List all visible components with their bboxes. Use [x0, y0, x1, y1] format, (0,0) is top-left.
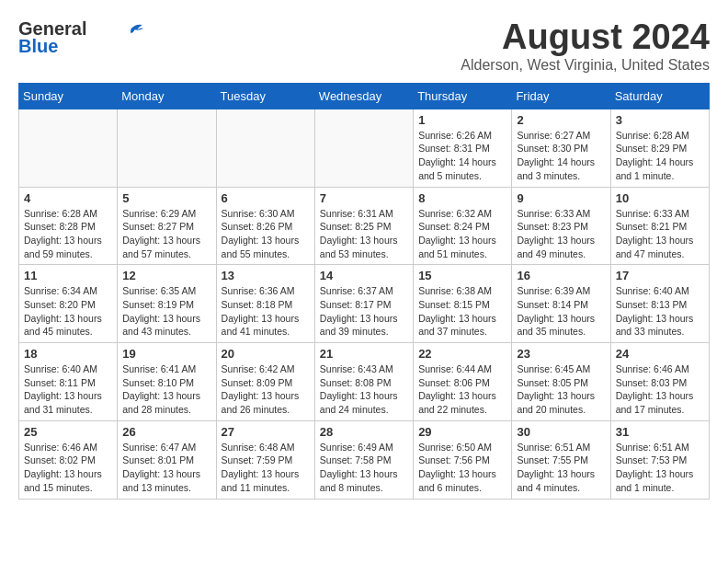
day-info: Sunrise: 6:40 AM Sunset: 8:11 PM Dayligh…: [24, 362, 112, 417]
day-number: 22: [418, 347, 506, 361]
weekday-header-row: SundayMondayTuesdayWednesdayThursdayFrid…: [19, 83, 710, 109]
calendar-cell: 1Sunrise: 6:26 AM Sunset: 8:31 PM Daylig…: [414, 109, 512, 187]
day-number: 27: [222, 425, 310, 439]
day-number: 31: [616, 425, 704, 439]
calendar-week-row: 18Sunrise: 6:40 AM Sunset: 8:11 PM Dayli…: [19, 343, 710, 421]
day-number: 26: [122, 425, 210, 439]
day-number: 24: [616, 347, 704, 361]
calendar-cell: 10Sunrise: 6:33 AM Sunset: 8:21 PM Dayli…: [610, 187, 709, 265]
day-number: 4: [24, 191, 112, 205]
calendar-cell: 25Sunrise: 6:46 AM Sunset: 8:02 PM Dayli…: [19, 420, 118, 499]
calendar-cell: 12Sunrise: 6:35 AM Sunset: 8:19 PM Dayli…: [118, 265, 216, 343]
calendar-cell: 6Sunrise: 6:30 AM Sunset: 8:26 PM Daylig…: [216, 187, 314, 265]
calendar-cell: 19Sunrise: 6:41 AM Sunset: 8:10 PM Dayli…: [118, 343, 216, 421]
day-number: 5: [122, 191, 210, 205]
day-info: Sunrise: 6:26 AM Sunset: 8:31 PM Dayligh…: [418, 129, 506, 183]
page-subtitle: Alderson, West Virginia, United States: [461, 57, 710, 74]
calendar-table: SundayMondayTuesdayWednesdayThursdayFrid…: [18, 83, 710, 500]
calendar-cell: 16Sunrise: 6:39 AM Sunset: 8:14 PM Dayli…: [512, 265, 610, 343]
day-number: 3: [616, 113, 704, 127]
day-info: Sunrise: 6:47 AM Sunset: 8:01 PM Dayligh…: [122, 441, 210, 495]
calendar-cell: 4Sunrise: 6:28 AM Sunset: 8:28 PM Daylig…: [19, 187, 118, 265]
day-number: 20: [222, 347, 310, 361]
day-info: Sunrise: 6:51 AM Sunset: 7:55 PM Dayligh…: [517, 441, 605, 495]
day-number: 19: [122, 347, 210, 361]
day-info: Sunrise: 6:33 AM Sunset: 8:23 PM Dayligh…: [517, 207, 605, 261]
weekday-header-friday: Friday: [512, 83, 610, 109]
day-info: Sunrise: 6:43 AM Sunset: 8:08 PM Dayligh…: [320, 362, 408, 417]
calendar-cell: 17Sunrise: 6:40 AM Sunset: 8:13 PM Dayli…: [610, 265, 709, 343]
calendar-cell: 27Sunrise: 6:48 AM Sunset: 7:59 PM Dayli…: [216, 420, 314, 499]
day-number: 10: [616, 191, 704, 205]
weekday-header-wednesday: Wednesday: [314, 83, 413, 109]
day-number: 12: [122, 269, 210, 282]
calendar-week-row: 1Sunrise: 6:26 AM Sunset: 8:31 PM Daylig…: [19, 109, 710, 187]
calendar-cell: 13Sunrise: 6:36 AM Sunset: 8:18 PM Dayli…: [216, 265, 314, 343]
calendar-cell: 2Sunrise: 6:27 AM Sunset: 8:30 PM Daylig…: [512, 109, 610, 187]
calendar-cell: 28Sunrise: 6:49 AM Sunset: 7:58 PM Dayli…: [314, 420, 413, 499]
weekday-header-monday: Monday: [118, 83, 216, 109]
day-info: Sunrise: 6:50 AM Sunset: 7:56 PM Dayligh…: [418, 441, 506, 495]
weekday-header-sunday: Sunday: [19, 83, 118, 109]
calendar-cell: 9Sunrise: 6:33 AM Sunset: 8:23 PM Daylig…: [512, 187, 610, 265]
calendar-week-row: 25Sunrise: 6:46 AM Sunset: 8:02 PM Dayli…: [19, 420, 710, 499]
day-info: Sunrise: 6:49 AM Sunset: 7:58 PM Dayligh…: [320, 441, 408, 495]
calendar-week-row: 4Sunrise: 6:28 AM Sunset: 8:28 PM Daylig…: [19, 187, 710, 265]
calendar-cell: 30Sunrise: 6:51 AM Sunset: 7:55 PM Dayli…: [512, 420, 610, 499]
day-info: Sunrise: 6:28 AM Sunset: 8:29 PM Dayligh…: [616, 129, 704, 183]
day-info: Sunrise: 6:42 AM Sunset: 8:09 PM Dayligh…: [222, 362, 310, 417]
calendar-cell: [19, 109, 118, 187]
day-number: 15: [418, 269, 506, 282]
day-info: Sunrise: 6:51 AM Sunset: 7:53 PM Dayligh…: [616, 441, 704, 495]
day-number: 14: [320, 269, 408, 282]
day-number: 1: [418, 113, 506, 127]
day-number: 30: [517, 425, 605, 439]
day-number: 9: [517, 191, 605, 205]
day-info: Sunrise: 6:46 AM Sunset: 8:02 PM Dayligh…: [24, 441, 112, 495]
calendar-cell: 20Sunrise: 6:42 AM Sunset: 8:09 PM Dayli…: [216, 343, 314, 421]
calendar-cell: 26Sunrise: 6:47 AM Sunset: 8:01 PM Dayli…: [118, 420, 216, 499]
day-info: Sunrise: 6:33 AM Sunset: 8:21 PM Dayligh…: [616, 207, 704, 261]
day-number: 6: [222, 191, 310, 205]
calendar-cell: 22Sunrise: 6:44 AM Sunset: 8:06 PM Dayli…: [414, 343, 512, 421]
calendar-cell: 24Sunrise: 6:46 AM Sunset: 8:03 PM Dayli…: [610, 343, 709, 421]
calendar-cell: 8Sunrise: 6:32 AM Sunset: 8:24 PM Daylig…: [414, 187, 512, 265]
day-number: 7: [320, 191, 408, 205]
calendar-cell: 7Sunrise: 6:31 AM Sunset: 8:25 PM Daylig…: [314, 187, 413, 265]
day-number: 2: [517, 113, 605, 127]
calendar-cell: 14Sunrise: 6:37 AM Sunset: 8:17 PM Dayli…: [314, 265, 413, 343]
calendar-cell: [314, 109, 413, 187]
day-info: Sunrise: 6:32 AM Sunset: 8:24 PM Dayligh…: [418, 207, 506, 261]
day-info: Sunrise: 6:28 AM Sunset: 8:28 PM Dayligh…: [24, 207, 112, 261]
calendar-cell: 3Sunrise: 6:28 AM Sunset: 8:29 PM Daylig…: [610, 109, 709, 187]
weekday-header-saturday: Saturday: [610, 83, 709, 109]
calendar-cell: 23Sunrise: 6:45 AM Sunset: 8:05 PM Dayli…: [512, 343, 610, 421]
page-title: August 2024: [461, 18, 710, 57]
calendar-cell: 11Sunrise: 6:34 AM Sunset: 8:20 PM Dayli…: [19, 265, 118, 343]
day-info: Sunrise: 6:38 AM Sunset: 8:15 PM Dayligh…: [418, 284, 506, 339]
day-info: Sunrise: 6:31 AM Sunset: 8:25 PM Dayligh…: [320, 207, 408, 261]
title-section: August 2024 Alderson, West Virginia, Uni…: [461, 18, 710, 74]
calendar-cell: 21Sunrise: 6:43 AM Sunset: 8:08 PM Dayli…: [314, 343, 413, 421]
day-number: 23: [517, 347, 605, 361]
day-info: Sunrise: 6:29 AM Sunset: 8:27 PM Dayligh…: [122, 207, 210, 261]
day-number: 16: [517, 269, 605, 282]
calendar-week-row: 11Sunrise: 6:34 AM Sunset: 8:20 PM Dayli…: [19, 265, 710, 343]
day-number: 18: [24, 347, 112, 361]
day-info: Sunrise: 6:34 AM Sunset: 8:20 PM Dayligh…: [24, 284, 112, 339]
calendar-cell: [216, 109, 314, 187]
page-header: General Blue August 2024 Alderson, West …: [18, 18, 710, 74]
day-number: 8: [418, 191, 506, 205]
day-number: 25: [24, 425, 112, 439]
day-number: 13: [222, 269, 310, 282]
day-info: Sunrise: 6:48 AM Sunset: 7:59 PM Dayligh…: [222, 441, 310, 495]
day-info: Sunrise: 6:40 AM Sunset: 8:13 PM Dayligh…: [616, 284, 704, 339]
logo: General Blue: [18, 18, 143, 57]
calendar-cell: 31Sunrise: 6:51 AM Sunset: 7:53 PM Dayli…: [610, 420, 709, 499]
day-info: Sunrise: 6:39 AM Sunset: 8:14 PM Dayligh…: [517, 284, 605, 339]
weekday-header-tuesday: Tuesday: [216, 83, 314, 109]
day-info: Sunrise: 6:46 AM Sunset: 8:03 PM Dayligh…: [616, 362, 704, 417]
day-info: Sunrise: 6:36 AM Sunset: 8:18 PM Dayligh…: [222, 284, 310, 339]
calendar-cell: 29Sunrise: 6:50 AM Sunset: 7:56 PM Dayli…: [414, 420, 512, 499]
day-number: 21: [320, 347, 408, 361]
